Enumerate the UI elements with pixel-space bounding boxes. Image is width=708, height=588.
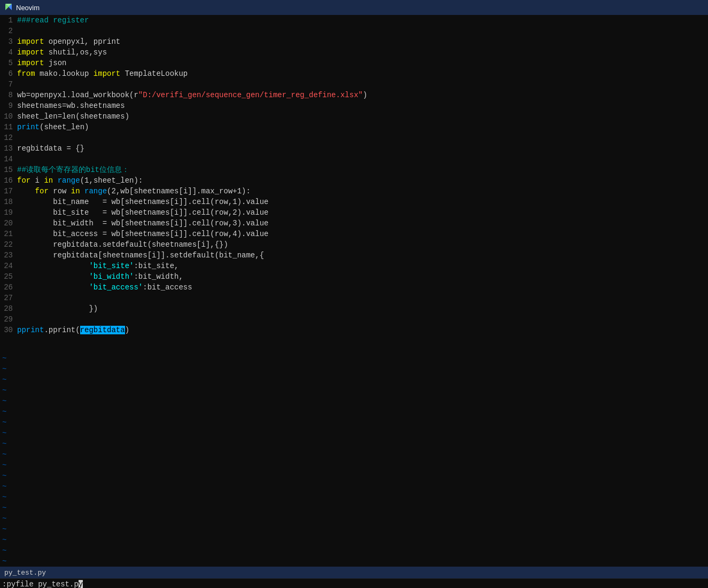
line-number: 12 — [0, 132, 17, 143]
token-normal: TemplateLookup — [120, 69, 188, 78]
line-code: ###read register — [17, 15, 708, 26]
code-line: 29 — [0, 314, 708, 325]
token-comment: ##读取每个寄存器的bit位信息： — [17, 166, 129, 174]
line-number: 15 — [0, 164, 17, 175]
tilde-indicator: ~ — [0, 492, 708, 503]
token-normal: .pprint( — [44, 326, 80, 334]
tilde-indicator: ~ — [0, 545, 708, 556]
tilde-indicator: ~ — [0, 503, 708, 513]
tilde-indicator: ~ — [0, 364, 708, 374]
code-line: 5import json — [0, 58, 708, 68]
line-code: sheet_len=len(sheetnames) — [17, 111, 708, 122]
token-normal: ) — [363, 91, 367, 99]
line-code: import shutil,os,sys — [17, 47, 708, 58]
line-number: 8 — [0, 90, 17, 100]
code-line: 9sheetnames=wb.sheetnames — [0, 100, 708, 111]
tilde-indicator: ~ — [0, 353, 708, 364]
code-line: 10sheet_len=len(sheetnames) — [0, 111, 708, 122]
line-number: 27 — [0, 293, 17, 303]
token-normal: openpyxl, pprint — [44, 37, 120, 46]
line-number: 17 — [0, 186, 17, 197]
code-line: 19 bit_site = wb[sheetnames[i]].cell(row… — [0, 207, 708, 218]
token-kw: from — [17, 69, 35, 78]
token-normal: bit_name = wb[sheetnames[i]].cell(row,1)… — [17, 198, 268, 206]
line-code: import openpyxl, pprint — [17, 36, 708, 47]
command-cursor: y — [79, 580, 83, 589]
line-number: 16 — [0, 175, 17, 186]
token-normal: i — [30, 176, 44, 185]
line-number: 28 — [0, 303, 17, 314]
token-kw: import — [94, 69, 120, 78]
command-text: :pyfile py_test.p — [2, 580, 79, 589]
code-line: 22 regbitdata.setdefault(sheetnames[i],{… — [0, 239, 708, 250]
tilde-indicator: ~ — [0, 385, 708, 396]
code-line: 15##读取每个寄存器的bit位信息： — [0, 164, 708, 175]
line-number: 10 — [0, 111, 17, 122]
token-kw: import — [17, 37, 44, 46]
code-line: 1###read register — [0, 15, 708, 26]
token-normal: bit_width = wb[sheetnames[i]].cell(row,3… — [17, 219, 268, 228]
code-line: 2 — [0, 26, 708, 36]
tilde-indicator: ~ — [0, 535, 708, 545]
line-code: bit_site = wb[sheetnames[i]].cell(row,2)… — [17, 207, 708, 218]
code-line: 3import openpyxl, pprint — [0, 36, 708, 47]
code-line: 20 bit_width = wb[sheetnames[i]].cell(ro… — [0, 218, 708, 229]
line-code: bit_width = wb[sheetnames[i]].cell(row,3… — [17, 218, 708, 229]
token-string: "D:/verifi_gen/sequence_gen/timer_reg_de… — [138, 91, 363, 99]
tilde-indicator: ~ — [0, 374, 708, 385]
code-line: 16for i in range(1,sheet_len): — [0, 175, 708, 186]
token-normal: bit_site = wb[sheetnames[i]].cell(row,2)… — [17, 208, 268, 217]
titlebar: Neovim — [0, 0, 708, 15]
token-func: range — [80, 187, 107, 195]
line-number: 5 — [0, 58, 17, 68]
code-content: 1###read register23import openpyxl, ppri… — [0, 15, 708, 353]
token-kw: in — [71, 187, 80, 195]
token-kw: in — [44, 176, 53, 185]
code-line: 18 bit_name = wb[sheetnames[i]].cell(row… — [0, 197, 708, 207]
tilde-indicator: ~ — [0, 513, 708, 524]
neovim-logo — [4, 3, 13, 13]
token-normal: regbitdata[sheetnames[i]].setdefault(bit… — [17, 251, 264, 260]
code-line: 8wb=openpyxl.load_workbook(r"D:/verifi_g… — [0, 90, 708, 100]
tilde-indicator: ~ — [0, 524, 708, 535]
code-line: 11print(sheet_len) — [0, 122, 708, 132]
token-normal: =wb.sheetnames — [62, 101, 125, 110]
line-code: regbitdata[sheetnames[i]].setdefault(bit… — [17, 250, 708, 261]
line-number: 4 — [0, 47, 17, 58]
line-code: bit_access = wb[sheetnames[i]].cell(row,… — [17, 229, 708, 239]
line-number: 25 — [0, 271, 17, 282]
token-kw: for — [35, 187, 49, 195]
line-code: from mako.lookup import TemplateLookup — [17, 68, 708, 79]
line-code: 'bit_access':bit_access — [17, 282, 708, 293]
token-var: regbitdata — [17, 144, 62, 153]
token-func: print — [17, 123, 40, 131]
code-line: 21 bit_access = wb[sheetnames[i]].cell(r… — [0, 229, 708, 239]
line-number: 18 — [0, 197, 17, 207]
line-code: }) — [17, 303, 708, 314]
token-dictkey: 'bit_site' — [89, 262, 134, 270]
line-code: for row in range(2,wb[sheetnames[i]].max… — [17, 186, 708, 197]
tilde-area: ~~~~~~~~~~~~~~~~~~~~ — [0, 353, 708, 567]
token-normal: json — [44, 59, 66, 67]
status-filename: py_test.py — [4, 569, 46, 577]
line-number: 20 — [0, 218, 17, 229]
token-normal: regbitdata.setdefault(sheetnames[i],{}) — [17, 240, 228, 249]
token-normal: (1,sheet_len): — [80, 176, 143, 185]
code-line: 17 for row in range(2,wb[sheetnames[i]].… — [0, 186, 708, 197]
code-line: 12 — [0, 132, 708, 143]
token-normal — [17, 262, 89, 270]
line-number: 19 — [0, 207, 17, 218]
code-line: 26 'bit_access':bit_access — [0, 282, 708, 293]
line-number: 26 — [0, 282, 17, 293]
token-normal: =openpyxl.load_workbook(r — [26, 91, 138, 99]
line-code: for i in range(1,sheet_len): — [17, 175, 708, 186]
line-number: 29 — [0, 314, 17, 325]
token-normal: (2,wb[sheetnames[i]].max_row+1): — [107, 187, 251, 195]
titlebar-text: Neovim — [16, 4, 40, 12]
code-line: 25 'bi_width':bit_width, — [0, 271, 708, 282]
line-code: import json — [17, 58, 708, 68]
editor-area: 1###read register23import openpyxl, ppri… — [0, 15, 708, 567]
command-bar: :pyfile py_test.py — [0, 578, 708, 588]
token-func: pprint — [17, 326, 44, 334]
line-number: 6 — [0, 68, 17, 79]
